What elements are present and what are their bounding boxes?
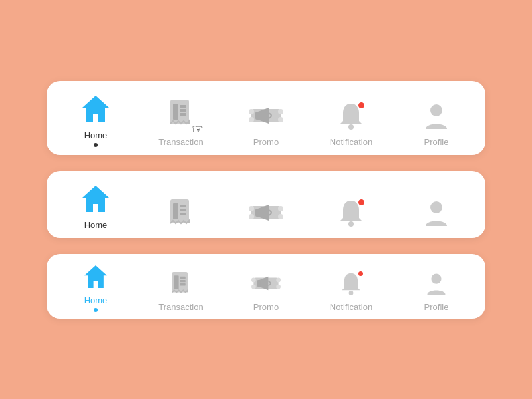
svg-marker-15 [82, 186, 109, 212]
nav-item-promo-3[interactable]: Promo [239, 269, 293, 312]
svg-marker-0 [82, 96, 109, 122]
svg-rect-2 [173, 104, 178, 120]
promo-icon-3 [251, 269, 281, 298]
nav-item-notification-2[interactable] [325, 196, 378, 230]
svg-point-44 [431, 273, 441, 283]
svg-rect-12 [255, 112, 259, 120]
svg-marker-30 [84, 265, 107, 288]
transaction-label-3: Transaction [158, 302, 203, 312]
svg-point-29 [430, 201, 442, 213]
svg-rect-42 [257, 279, 260, 286]
home-label-1: Home [84, 130, 108, 140]
svg-point-14 [430, 104, 442, 116]
profile-label-1: Profile [424, 137, 449, 147]
nav-item-promo-1[interactable]: Promo [239, 98, 293, 147]
svg-rect-5 [180, 113, 186, 116]
home-label-2: Home [84, 220, 108, 230]
svg-point-25 [278, 214, 283, 219]
notification-wrapper-3 [336, 269, 366, 298]
profile-icon-3 [422, 269, 451, 298]
promo-label-3: Promo [253, 302, 279, 312]
svg-point-13 [348, 124, 354, 130]
promo-icon-2 [249, 196, 283, 230]
home-icon-2 [78, 182, 113, 216]
home-dot-1 [94, 143, 98, 147]
notification-wrapper-2 [334, 196, 368, 230]
svg-point-37 [251, 277, 256, 282]
svg-rect-20 [180, 213, 186, 215]
nav-item-profile-3[interactable]: Profile [410, 269, 463, 312]
nav-item-promo-2[interactable] [239, 196, 293, 230]
nav-item-transaction-3[interactable]: Transaction [154, 269, 207, 312]
transaction-icon-2 [164, 196, 198, 230]
svg-rect-3 [180, 105, 186, 108]
nav-item-home-1[interactable]: Home [69, 92, 122, 147]
nav-item-notification-1[interactable]: Notification [325, 98, 378, 147]
transaction-icon-1 [164, 96, 198, 130]
svg-point-24 [249, 214, 254, 219]
nav-item-home-2[interactable]: Home [69, 182, 122, 230]
navbar-2: Home [47, 171, 485, 238]
navbar-3: Home Transaction Promo [47, 254, 485, 319]
nav-item-transaction-2[interactable] [154, 196, 207, 230]
svg-rect-35 [180, 283, 185, 285]
svg-rect-18 [180, 205, 186, 207]
svg-rect-27 [255, 209, 259, 217]
notification-label-1: Notification [330, 137, 372, 147]
svg-rect-33 [180, 276, 185, 278]
home-dot-3 [94, 308, 98, 312]
home-icon-1 [78, 92, 113, 126]
nav-item-profile-2[interactable] [410, 196, 463, 230]
notification-label-3: Notification [330, 302, 372, 312]
svg-point-39 [251, 284, 256, 289]
home-icon-3 [81, 262, 110, 291]
svg-point-28 [348, 221, 354, 227]
svg-point-9 [249, 117, 254, 122]
nav-item-profile-1[interactable]: Profile [410, 98, 463, 147]
svg-point-8 [278, 109, 283, 114]
profile-label-3: Profile [424, 302, 449, 312]
svg-point-23 [278, 206, 283, 211]
svg-rect-32 [174, 275, 179, 289]
svg-rect-19 [180, 209, 186, 211]
svg-point-43 [349, 291, 354, 295]
svg-point-7 [249, 109, 254, 114]
transaction-label-1: Transaction [158, 137, 203, 147]
svg-point-40 [276, 284, 281, 289]
home-label-3: Home [84, 295, 108, 305]
promo-label-1: Promo [253, 137, 279, 147]
nav-item-home-3[interactable]: Home [69, 262, 122, 312]
notification-badge-1 [357, 101, 366, 110]
svg-rect-34 [180, 279, 185, 281]
svg-point-38 [276, 277, 281, 282]
notification-badge-3 [357, 270, 364, 277]
navbar-1: Home ☞ Transaction [47, 81, 485, 155]
profile-icon-1 [419, 98, 454, 133]
promo-icon-1 [249, 98, 283, 133]
nav-item-transaction-1[interactable]: ☞ Transaction [154, 96, 207, 147]
transaction-icon-3 [166, 269, 196, 298]
svg-rect-17 [173, 203, 178, 219]
svg-point-22 [249, 206, 254, 211]
profile-icon-2 [419, 196, 454, 230]
svg-point-10 [278, 117, 283, 122]
svg-rect-4 [180, 109, 186, 112]
nav-item-notification-3[interactable]: Notification [325, 269, 378, 312]
notification-badge-2 [357, 198, 366, 207]
notification-wrapper-1 [334, 98, 368, 133]
